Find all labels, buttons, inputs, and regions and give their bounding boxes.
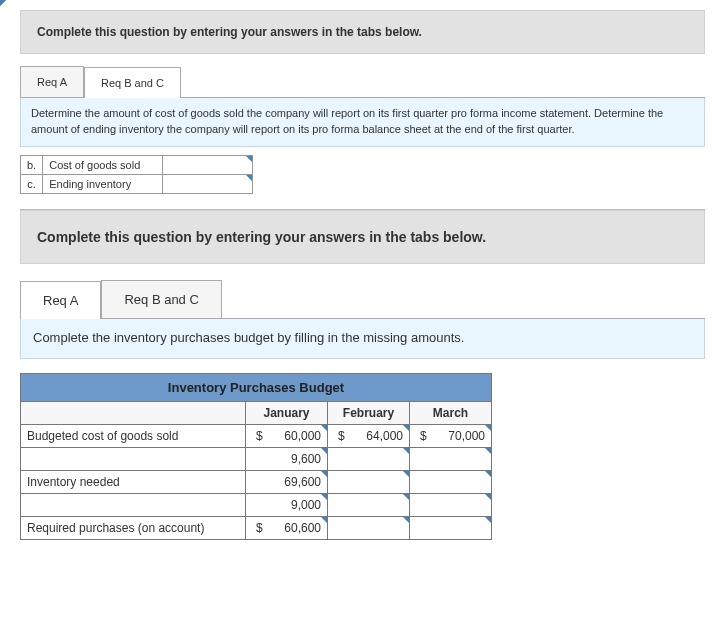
- cell-jan[interactable]: 69,600: [246, 470, 328, 493]
- answers-mini-table: b. Cost of goods sold c. Ending inventor…: [20, 155, 253, 194]
- question-block-bottom: Complete this question by entering your …: [20, 209, 705, 540]
- row-inventory-needed: Inventory needed 69,600: [21, 470, 492, 493]
- cell-mar[interactable]: [410, 447, 492, 470]
- row-label: Budgeted cost of goods sold: [21, 424, 246, 447]
- cell-value: 69,600: [284, 475, 321, 489]
- ending-inventory-input[interactable]: [163, 174, 253, 193]
- cell-feb[interactable]: [328, 516, 410, 539]
- cell-feb[interactable]: $64,000: [328, 424, 410, 447]
- cogs-input[interactable]: [163, 155, 253, 174]
- cell-jan[interactable]: $60,000: [246, 424, 328, 447]
- row-label-input[interactable]: [21, 493, 246, 516]
- edit-indicator-icon: [403, 517, 409, 523]
- edit-indicator-icon: [321, 517, 327, 523]
- edit-indicator-icon: [0, 0, 6, 6]
- question-prompt: Determine the amount of cost of goods so…: [20, 98, 705, 147]
- cell-feb[interactable]: [328, 447, 410, 470]
- row-letter: b.: [21, 155, 43, 174]
- edit-indicator-icon: [485, 517, 491, 523]
- edit-indicator-icon: [246, 156, 252, 162]
- cell-mar[interactable]: [410, 493, 492, 516]
- instruction-bar: Complete this question by entering your …: [20, 210, 705, 264]
- edit-indicator-icon: [246, 175, 252, 181]
- tab-req-a[interactable]: Req A: [20, 66, 84, 97]
- row-budgeted-cogs: Budgeted cost of goods sold $60,000 $64,…: [21, 424, 492, 447]
- edit-indicator-icon: [321, 471, 327, 477]
- edit-indicator-icon: [403, 425, 409, 431]
- edit-indicator-icon: [403, 494, 409, 500]
- row-ending-inventory: c. Ending inventory: [21, 174, 253, 193]
- row-blank-1: 9,600: [21, 447, 492, 470]
- edit-indicator-icon: [403, 471, 409, 477]
- tab-req-b-and-c[interactable]: Req B and C: [101, 280, 221, 318]
- edit-indicator-icon: [403, 448, 409, 454]
- cell-jan[interactable]: $60,600: [246, 516, 328, 539]
- cell-feb[interactable]: [328, 470, 410, 493]
- cell-value: 70,000: [448, 429, 485, 443]
- question-prompt: Complete the inventory purchases budget …: [20, 319, 705, 359]
- edit-indicator-icon: [485, 471, 491, 477]
- edit-indicator-icon: [485, 425, 491, 431]
- cell-value: 60,600: [284, 521, 321, 535]
- cell-jan[interactable]: 9,000: [246, 493, 328, 516]
- cell-value: 60,000: [284, 429, 321, 443]
- col-february: February: [328, 401, 410, 424]
- col-rowhead-blank: [21, 401, 246, 424]
- edit-indicator-icon: [485, 494, 491, 500]
- cell-value: 9,000: [291, 498, 321, 512]
- row-label-input[interactable]: [21, 447, 246, 470]
- tab-req-a[interactable]: Req A: [20, 281, 101, 319]
- row-label: Cost of goods sold: [43, 155, 163, 174]
- question-block-top: Complete this question by entering your …: [20, 10, 705, 194]
- row-label: Inventory needed: [21, 470, 246, 493]
- row-letter: c.: [21, 174, 43, 193]
- edit-indicator-icon: [485, 448, 491, 454]
- row-cogs: b. Cost of goods sold: [21, 155, 253, 174]
- row-label: Required purchases (on account): [21, 516, 246, 539]
- row-blank-2: 9,000: [21, 493, 492, 516]
- cell-value: 9,600: [291, 452, 321, 466]
- col-january: January: [246, 401, 328, 424]
- budget-title: Inventory Purchases Budget: [21, 373, 492, 401]
- cell-mar[interactable]: [410, 516, 492, 539]
- tabs-row: Req A Req B and C: [20, 280, 705, 319]
- cell-mar[interactable]: [410, 470, 492, 493]
- cell-jan[interactable]: 9,600: [246, 447, 328, 470]
- cell-value: 64,000: [366, 429, 403, 443]
- cell-feb[interactable]: [328, 493, 410, 516]
- col-march: March: [410, 401, 492, 424]
- row-required-purchases: Required purchases (on account) $60,600: [21, 516, 492, 539]
- edit-indicator-icon: [321, 448, 327, 454]
- instruction-bar: Complete this question by entering your …: [20, 10, 705, 54]
- row-label: Ending inventory: [43, 174, 163, 193]
- edit-indicator-icon: [321, 494, 327, 500]
- edit-indicator-icon: [321, 425, 327, 431]
- tabs-row: Req A Req B and C: [20, 66, 705, 98]
- tab-req-b-and-c[interactable]: Req B and C: [84, 67, 181, 98]
- inventory-purchases-budget-table: Inventory Purchases Budget January Febru…: [20, 373, 492, 540]
- cell-mar[interactable]: $70,000: [410, 424, 492, 447]
